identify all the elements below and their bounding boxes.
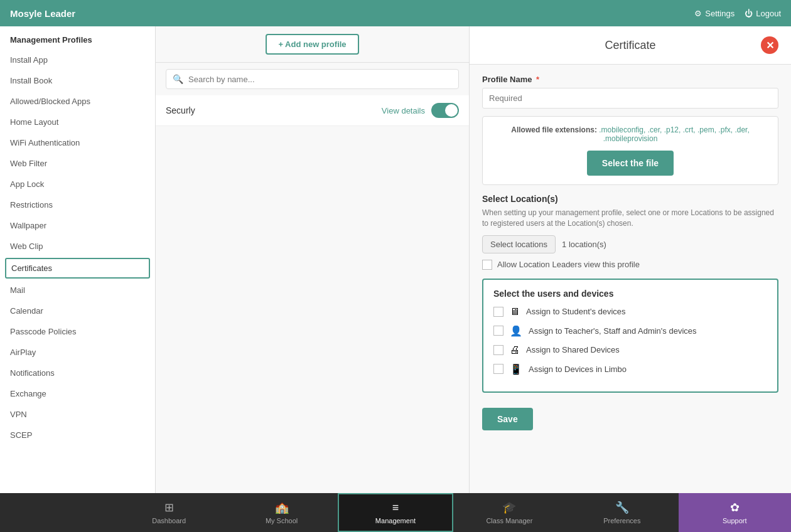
sidebar-item-web-clip[interactable]: Web Clip xyxy=(0,236,155,257)
sidebar-item-wallpaper[interactable]: Wallpaper xyxy=(0,215,155,236)
file-extensions-text: Allowed file extensions: .mobileconfig, … xyxy=(493,125,768,143)
middle-panel: + Add new profile 🔍 Securly View details xyxy=(156,26,470,493)
save-button[interactable]: Save xyxy=(482,408,533,430)
power-icon: ⏻ xyxy=(745,9,753,18)
sidebar-item-passcode-policies[interactable]: Passcode Policies xyxy=(0,321,155,342)
location-description: When setting up your management profile,… xyxy=(482,208,778,229)
shared-label: Assign to Shared Devices xyxy=(526,345,620,354)
sidebar-item-mail[interactable]: Mail xyxy=(0,280,155,301)
close-button[interactable]: ✕ xyxy=(761,36,778,54)
device-row-teachers: 👤 Assign to Teacher's, Staff and Admin's… xyxy=(493,325,767,337)
myschool-label: My School xyxy=(266,517,298,524)
profile-name-label: Profile Name * xyxy=(482,75,778,84)
right-content: Profile Name * Allowed file extensions: … xyxy=(470,65,791,440)
sidebar-item-calendar[interactable]: Calendar xyxy=(0,301,155,321)
sidebar-item-install-app[interactable]: Install App xyxy=(0,50,155,70)
logout-button[interactable]: ⏻ Logout xyxy=(745,9,781,18)
profile-name-input[interactable] xyxy=(482,88,778,109)
management-icon: ≡ xyxy=(392,501,399,514)
sidebar-item-home-layout[interactable]: Home Layout xyxy=(0,112,155,132)
search-input[interactable] xyxy=(188,75,452,84)
management-label: Management xyxy=(375,517,416,524)
certificate-title: Certificate xyxy=(500,39,761,52)
classmanager-label: Class Manager xyxy=(486,517,532,524)
sidebar: Management Profiles Install App Install … xyxy=(0,26,156,493)
main-content: Management Profiles Install App Install … xyxy=(0,26,791,493)
sidebar-item-allowed-blocked-apps[interactable]: Allowed/Blocked Apps xyxy=(0,91,155,112)
support-label: Support xyxy=(723,517,747,524)
toggle-switch[interactable] xyxy=(431,103,459,118)
teachers-icon: 👤 xyxy=(510,325,522,337)
sidebar-item-app-lock[interactable]: App Lock xyxy=(0,174,155,194)
location-row: Select locations 1 location(s) xyxy=(482,235,778,253)
teachers-checkbox[interactable] xyxy=(493,326,503,336)
limbo-label: Assign to Devices in Limbo xyxy=(529,364,627,374)
allow-location-row: Allow Location Leaders view this profile xyxy=(482,260,778,270)
location-count: 1 location(s) xyxy=(562,240,606,249)
sidebar-item-wifi-authentication[interactable]: WiFi Authentication xyxy=(0,132,155,153)
sidebar-item-certificates[interactable]: Certificates xyxy=(5,258,150,279)
users-devices-title: Select the users and devices xyxy=(493,289,767,299)
select-file-button[interactable]: Select the file xyxy=(587,151,674,176)
shared-icon: 🖨 xyxy=(510,344,520,356)
sidebar-heading: Management Profiles xyxy=(0,26,155,50)
nav-preferences[interactable]: 🔧 Preferences xyxy=(566,493,678,532)
nav-dashboard[interactable]: ⊞ Dashboard xyxy=(112,493,225,532)
view-details-link[interactable]: View details xyxy=(382,106,425,115)
shared-checkbox[interactable] xyxy=(493,345,503,355)
toggle-knob xyxy=(445,104,458,117)
preferences-label: Preferences xyxy=(603,517,640,524)
settings-button[interactable]: ⚙ Settings xyxy=(694,9,734,18)
add-profile-button[interactable]: + Add new profile xyxy=(266,34,358,55)
location-title: Select Location(s) xyxy=(482,194,778,204)
sidebar-item-scep[interactable]: SCEP xyxy=(0,425,155,445)
allow-location-label: Allow Location Leaders view this profile xyxy=(497,260,640,269)
support-icon: ✿ xyxy=(730,501,740,514)
sidebar-item-exchange[interactable]: Exchange xyxy=(0,383,155,404)
sidebar-item-web-filter[interactable]: Web Filter xyxy=(0,153,155,174)
middle-header: + Add new profile xyxy=(156,26,469,63)
search-icon: 🔍 xyxy=(173,74,183,84)
app-title: Mosyle Leader xyxy=(10,8,75,19)
dashboard-label: Dashboard xyxy=(152,517,186,524)
students-icon: 🖥 xyxy=(510,306,520,317)
nav-apple[interactable] xyxy=(0,493,112,532)
preferences-icon: 🔧 xyxy=(615,501,629,514)
topbar-actions: ⚙ Settings ⏻ Logout xyxy=(694,9,781,18)
students-checkbox[interactable] xyxy=(493,307,503,317)
location-section: Select Location(s) When setting up your … xyxy=(482,194,778,270)
sidebar-item-notifications[interactable]: Notifications xyxy=(0,363,155,383)
device-row-students: 🖥 Assign to Student's devices xyxy=(493,306,767,317)
sidebar-item-install-book[interactable]: Install Book xyxy=(0,70,155,91)
nav-support[interactable]: ✿ Support xyxy=(679,493,791,532)
classmanager-icon: 🎓 xyxy=(502,501,516,514)
gear-icon: ⚙ xyxy=(694,9,702,18)
students-label: Assign to Student's devices xyxy=(526,307,626,316)
topbar: Mosyle Leader ⚙ Settings ⏻ Logout xyxy=(0,0,791,26)
search-bar: 🔍 xyxy=(166,69,459,89)
profile-row: Securly View details xyxy=(156,95,469,126)
device-row-limbo: 📱 Assign to Devices in Limbo xyxy=(493,363,767,375)
nav-classmanager[interactable]: 🎓 Class Manager xyxy=(453,493,566,532)
profile-name: Securly xyxy=(166,105,195,115)
users-devices-section: Select the users and devices 🖥 Assign to… xyxy=(482,279,778,393)
dashboard-icon: ⊞ xyxy=(164,501,174,514)
nav-management[interactable]: ≡ Management xyxy=(338,493,453,532)
nav-myschool[interactable]: 🏫 My School xyxy=(225,493,338,532)
sidebar-item-airplay[interactable]: AirPlay xyxy=(0,342,155,363)
right-header: Certificate ✕ xyxy=(470,26,791,65)
myschool-icon: 🏫 xyxy=(275,501,289,514)
allow-location-checkbox[interactable] xyxy=(482,260,492,270)
limbo-icon: 📱 xyxy=(510,363,522,375)
bottom-navigation: ⊞ Dashboard 🏫 My School ≡ Management 🎓 C… xyxy=(0,493,791,532)
select-locations-button[interactable]: Select locations xyxy=(482,235,556,253)
right-panel: Certificate ✕ Profile Name * Allowed fil… xyxy=(470,26,791,493)
sidebar-item-vpn[interactable]: VPN xyxy=(0,404,155,425)
file-section: Allowed file extensions: .mobileconfig, … xyxy=(482,116,778,185)
teachers-label: Assign to Teacher's, Staff and Admin's d… xyxy=(529,326,697,336)
sidebar-item-restrictions[interactable]: Restrictions xyxy=(0,194,155,215)
limbo-checkbox[interactable] xyxy=(493,364,503,374)
profile-actions: View details xyxy=(382,103,459,118)
device-row-shared: 🖨 Assign to Shared Devices xyxy=(493,344,767,356)
